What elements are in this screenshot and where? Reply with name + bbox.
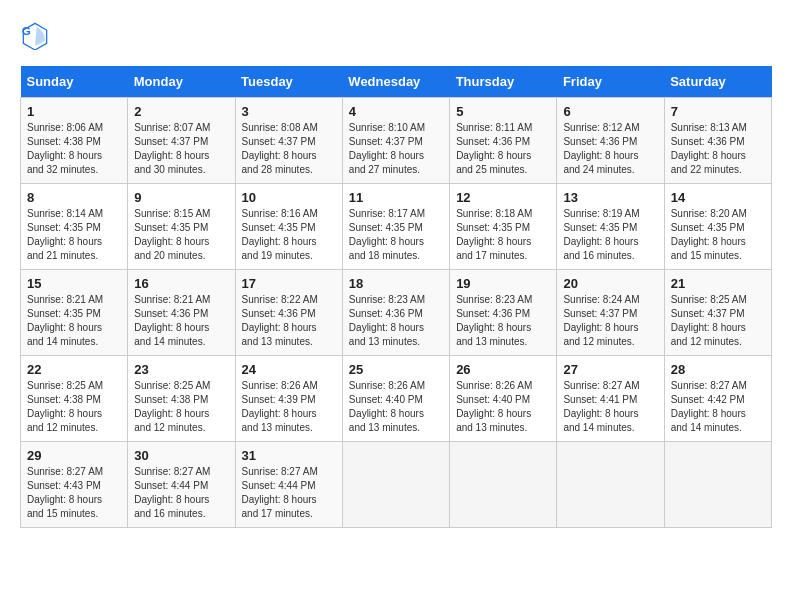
day-number: 28 (671, 362, 765, 377)
day-info: Sunrise: 8:27 AMSunset: 4:44 PMDaylight:… (134, 465, 228, 521)
logo: G (20, 20, 54, 50)
day-info: Sunrise: 8:27 AMSunset: 4:41 PMDaylight:… (563, 379, 657, 435)
day-number: 9 (134, 190, 228, 205)
day-number: 18 (349, 276, 443, 291)
day-info: Sunrise: 8:13 AMSunset: 4:36 PMDaylight:… (671, 121, 765, 177)
day-info: Sunrise: 8:21 AMSunset: 4:36 PMDaylight:… (134, 293, 228, 349)
day-number: 13 (563, 190, 657, 205)
day-info: Sunrise: 8:11 AMSunset: 4:36 PMDaylight:… (456, 121, 550, 177)
day-header-friday: Friday (557, 66, 664, 98)
calendar-cell: 7 Sunrise: 8:13 AMSunset: 4:36 PMDayligh… (664, 98, 771, 184)
calendar-cell: 15 Sunrise: 8:21 AMSunset: 4:35 PMDaylig… (21, 270, 128, 356)
day-info: Sunrise: 8:19 AMSunset: 4:35 PMDaylight:… (563, 207, 657, 263)
day-number: 31 (242, 448, 336, 463)
calendar-cell: 23 Sunrise: 8:25 AMSunset: 4:38 PMDaylig… (128, 356, 235, 442)
day-header-wednesday: Wednesday (342, 66, 449, 98)
day-header-monday: Monday (128, 66, 235, 98)
day-number: 24 (242, 362, 336, 377)
day-info: Sunrise: 8:16 AMSunset: 4:35 PMDaylight:… (242, 207, 336, 263)
calendar-cell: 14 Sunrise: 8:20 AMSunset: 4:35 PMDaylig… (664, 184, 771, 270)
day-info: Sunrise: 8:27 AMSunset: 4:44 PMDaylight:… (242, 465, 336, 521)
day-info: Sunrise: 8:26 AMSunset: 4:39 PMDaylight:… (242, 379, 336, 435)
day-number: 29 (27, 448, 121, 463)
day-number: 6 (563, 104, 657, 119)
calendar-cell: 13 Sunrise: 8:19 AMSunset: 4:35 PMDaylig… (557, 184, 664, 270)
day-number: 19 (456, 276, 550, 291)
calendar-cell (450, 442, 557, 528)
calendar-cell: 4 Sunrise: 8:10 AMSunset: 4:37 PMDayligh… (342, 98, 449, 184)
calendar-cell: 20 Sunrise: 8:24 AMSunset: 4:37 PMDaylig… (557, 270, 664, 356)
day-info: Sunrise: 8:12 AMSunset: 4:36 PMDaylight:… (563, 121, 657, 177)
day-info: Sunrise: 8:18 AMSunset: 4:35 PMDaylight:… (456, 207, 550, 263)
day-number: 27 (563, 362, 657, 377)
day-info: Sunrise: 8:21 AMSunset: 4:35 PMDaylight:… (27, 293, 121, 349)
day-number: 4 (349, 104, 443, 119)
day-number: 8 (27, 190, 121, 205)
day-info: Sunrise: 8:14 AMSunset: 4:35 PMDaylight:… (27, 207, 121, 263)
day-info: Sunrise: 8:22 AMSunset: 4:36 PMDaylight:… (242, 293, 336, 349)
day-info: Sunrise: 8:08 AMSunset: 4:37 PMDaylight:… (242, 121, 336, 177)
day-number: 17 (242, 276, 336, 291)
calendar-cell: 6 Sunrise: 8:12 AMSunset: 4:36 PMDayligh… (557, 98, 664, 184)
calendar-cell: 17 Sunrise: 8:22 AMSunset: 4:36 PMDaylig… (235, 270, 342, 356)
day-number: 22 (27, 362, 121, 377)
day-info: Sunrise: 8:23 AMSunset: 4:36 PMDaylight:… (349, 293, 443, 349)
calendar-cell: 10 Sunrise: 8:16 AMSunset: 4:35 PMDaylig… (235, 184, 342, 270)
calendar-cell: 30 Sunrise: 8:27 AMSunset: 4:44 PMDaylig… (128, 442, 235, 528)
calendar-cell: 9 Sunrise: 8:15 AMSunset: 4:35 PMDayligh… (128, 184, 235, 270)
day-info: Sunrise: 8:10 AMSunset: 4:37 PMDaylight:… (349, 121, 443, 177)
day-number: 2 (134, 104, 228, 119)
day-number: 12 (456, 190, 550, 205)
day-number: 30 (134, 448, 228, 463)
calendar-body: 1 Sunrise: 8:06 AMSunset: 4:38 PMDayligh… (21, 98, 772, 528)
day-info: Sunrise: 8:06 AMSunset: 4:38 PMDaylight:… (27, 121, 121, 177)
day-info: Sunrise: 8:25 AMSunset: 4:38 PMDaylight:… (134, 379, 228, 435)
calendar-cell: 11 Sunrise: 8:17 AMSunset: 4:35 PMDaylig… (342, 184, 449, 270)
day-number: 15 (27, 276, 121, 291)
week-row-5: 29 Sunrise: 8:27 AMSunset: 4:43 PMDaylig… (21, 442, 772, 528)
day-info: Sunrise: 8:20 AMSunset: 4:35 PMDaylight:… (671, 207, 765, 263)
calendar-cell: 1 Sunrise: 8:06 AMSunset: 4:38 PMDayligh… (21, 98, 128, 184)
calendar-cell: 12 Sunrise: 8:18 AMSunset: 4:35 PMDaylig… (450, 184, 557, 270)
day-number: 26 (456, 362, 550, 377)
calendar-cell: 18 Sunrise: 8:23 AMSunset: 4:36 PMDaylig… (342, 270, 449, 356)
day-info: Sunrise: 8:27 AMSunset: 4:42 PMDaylight:… (671, 379, 765, 435)
calendar-cell: 19 Sunrise: 8:23 AMSunset: 4:36 PMDaylig… (450, 270, 557, 356)
day-header-thursday: Thursday (450, 66, 557, 98)
day-header-tuesday: Tuesday (235, 66, 342, 98)
day-number: 11 (349, 190, 443, 205)
calendar-cell: 29 Sunrise: 8:27 AMSunset: 4:43 PMDaylig… (21, 442, 128, 528)
calendar-cell: 31 Sunrise: 8:27 AMSunset: 4:44 PMDaylig… (235, 442, 342, 528)
week-row-4: 22 Sunrise: 8:25 AMSunset: 4:38 PMDaylig… (21, 356, 772, 442)
calendar-table: SundayMondayTuesdayWednesdayThursdayFrid… (20, 66, 772, 528)
day-number: 20 (563, 276, 657, 291)
day-number: 14 (671, 190, 765, 205)
day-number: 10 (242, 190, 336, 205)
calendar-cell: 27 Sunrise: 8:27 AMSunset: 4:41 PMDaylig… (557, 356, 664, 442)
day-info: Sunrise: 8:25 AMSunset: 4:38 PMDaylight:… (27, 379, 121, 435)
day-number: 5 (456, 104, 550, 119)
calendar-cell: 5 Sunrise: 8:11 AMSunset: 4:36 PMDayligh… (450, 98, 557, 184)
day-info: Sunrise: 8:26 AMSunset: 4:40 PMDaylight:… (456, 379, 550, 435)
calendar-cell: 3 Sunrise: 8:08 AMSunset: 4:37 PMDayligh… (235, 98, 342, 184)
calendar-cell: 28 Sunrise: 8:27 AMSunset: 4:42 PMDaylig… (664, 356, 771, 442)
day-number: 7 (671, 104, 765, 119)
calendar-header-row: SundayMondayTuesdayWednesdayThursdayFrid… (21, 66, 772, 98)
calendar-cell: 22 Sunrise: 8:25 AMSunset: 4:38 PMDaylig… (21, 356, 128, 442)
calendar-cell (342, 442, 449, 528)
day-number: 16 (134, 276, 228, 291)
week-row-1: 1 Sunrise: 8:06 AMSunset: 4:38 PMDayligh… (21, 98, 772, 184)
calendar-cell: 8 Sunrise: 8:14 AMSunset: 4:35 PMDayligh… (21, 184, 128, 270)
day-info: Sunrise: 8:27 AMSunset: 4:43 PMDaylight:… (27, 465, 121, 521)
header: G (20, 20, 772, 50)
day-number: 1 (27, 104, 121, 119)
day-info: Sunrise: 8:25 AMSunset: 4:37 PMDaylight:… (671, 293, 765, 349)
day-info: Sunrise: 8:07 AMSunset: 4:37 PMDaylight:… (134, 121, 228, 177)
calendar-cell: 26 Sunrise: 8:26 AMSunset: 4:40 PMDaylig… (450, 356, 557, 442)
calendar-cell: 25 Sunrise: 8:26 AMSunset: 4:40 PMDaylig… (342, 356, 449, 442)
day-header-saturday: Saturday (664, 66, 771, 98)
calendar-cell: 2 Sunrise: 8:07 AMSunset: 4:37 PMDayligh… (128, 98, 235, 184)
day-header-sunday: Sunday (21, 66, 128, 98)
day-info: Sunrise: 8:15 AMSunset: 4:35 PMDaylight:… (134, 207, 228, 263)
calendar-cell (557, 442, 664, 528)
